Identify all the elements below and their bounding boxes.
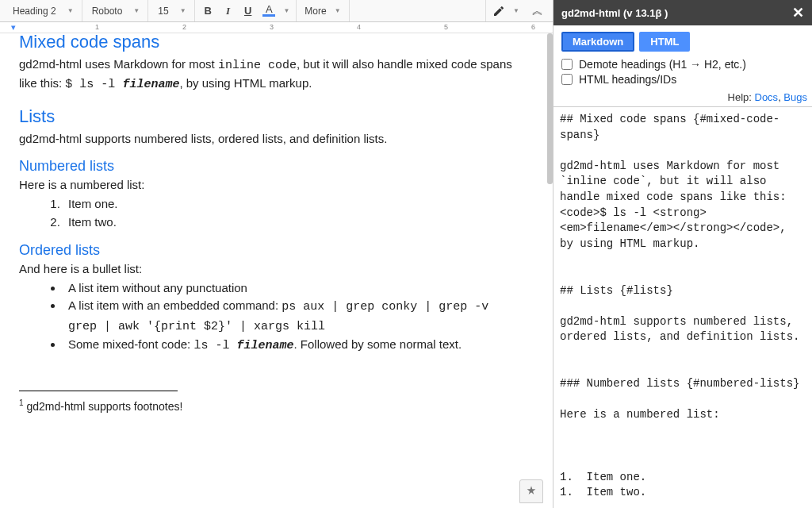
paragraph[interactable]: gd2md-html supports numbered lists, orde… [19,130,521,148]
paragraph[interactable]: gd2md-html uses Markdown for most inline… [19,56,521,94]
addon-sidebar: gd2md-html (v 13.1β ) ✕ Markdown HTML De… [553,0,812,508]
bullet-list[interactable]: A list item without any punctuation A li… [63,279,521,356]
sidebar-tabs: Markdown HTML [553,25,812,56]
font-size-select[interactable]: 15▼ [148,0,194,21]
scrollbar[interactable] [547,33,553,184]
chevron-down-icon: ▼ [335,7,341,14]
list-item[interactable]: A list item with an embedded command: ps… [63,297,521,336]
markdown-output[interactable]: ## Mixed code spans {#mixed-code-spans} … [553,106,812,508]
italic-button[interactable]: I [223,3,233,19]
heading-mixed-code-spans[interactable]: Mixed code spans [19,33,521,52]
chevron-down-icon[interactable]: ▼ [513,7,519,14]
footnote-separator [19,391,178,391]
link-docs[interactable]: Docs [755,91,779,103]
more-button[interactable]: More▼ [297,0,349,21]
list-item[interactable]: Item one. [63,195,521,214]
pen-icon[interactable] [492,5,505,17]
close-button[interactable]: ✕ [792,4,804,21]
sidebar-title: gd2md-html (v 13.1β ) [561,7,792,19]
option-demote-headings[interactable]: Demote headings (H1 → H2, etc.) [561,58,804,71]
heading-lists[interactable]: Lists [19,106,521,127]
document-pane: Heading 2▼ Roboto▼ 15▼ B I U A ▼ More▼ ▼… [0,0,553,508]
chevron-down-icon: ▼ [180,7,186,14]
link-bugs[interactable]: Bugs [783,91,807,103]
numbered-list[interactable]: Item one. Item two. [63,195,521,231]
footnote[interactable]: 1 gd2md-html supports footnotes! [19,398,521,414]
checkbox-demote[interactable] [561,59,573,70]
collapse-toolbar-button[interactable]: ︽ [526,4,550,18]
ruler-tick: 1 [95,23,99,31]
toolbar: Heading 2▼ Roboto▼ 15▼ B I U A ▼ More▼ ▼… [0,0,553,22]
indent-marker-icon[interactable]: ▾ [11,22,16,33]
chevron-down-icon[interactable]: ▼ [283,7,289,14]
list-item[interactable]: Some mixed-font code: ls -l filename. Fo… [63,336,521,356]
ruler-tick: 4 [357,23,361,31]
chevron-down-icon: ▼ [67,7,74,14]
ruler[interactable]: ▾ 1 2 3 4 5 6 [0,22,553,33]
list-item[interactable]: Item two. [63,214,521,232]
heading-numbered-lists[interactable]: Numbered lists [19,158,521,175]
font-select[interactable]: Roboto▼ [82,0,149,21]
ruler-tick: 2 [182,23,186,31]
document-body[interactable]: Mixed code spans gd2md-html uses Markdow… [0,33,553,508]
paragraph-style-select[interactable]: Heading 2▼ [3,0,82,21]
underline-button[interactable]: U [241,3,255,18]
bold-button[interactable]: B [201,3,215,18]
tab-html[interactable]: HTML [639,32,690,52]
chevron-down-icon: ▼ [133,7,140,14]
tab-markdown[interactable]: Markdown [561,32,634,52]
list-item[interactable]: A list item without any punctuation [63,279,521,298]
text-color-button[interactable]: A [262,5,275,17]
paragraph[interactable]: And here is a bullet list: [19,260,521,278]
ruler-tick: 5 [444,23,448,31]
ruler-tick: 6 [531,23,535,31]
paragraph[interactable]: Here is a numbered list: [19,176,521,194]
ruler-tick: 3 [270,23,274,31]
sidebar-header: gd2md-html (v 13.1β ) ✕ [553,0,812,25]
sidebar-help: Help: Docs, Bugs [553,91,812,106]
explore-icon [525,485,538,498]
checkbox-ids[interactable] [561,74,573,85]
explore-button[interactable] [519,479,543,503]
text-format-group: B I U A ▼ [195,0,297,21]
option-html-headings-ids[interactable]: HTML headings/IDs [561,73,804,86]
heading-ordered-lists[interactable]: Ordered lists [19,242,521,259]
sidebar-options: Demote headings (H1 → H2, etc.) HTML hea… [553,56,812,91]
